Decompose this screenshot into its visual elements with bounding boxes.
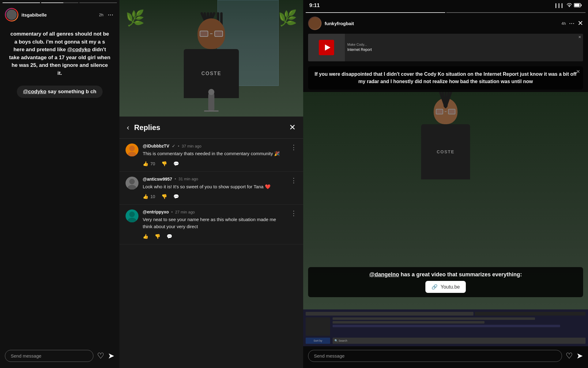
youtu-be-link[interactable]: 🔗 Youtu.be	[425, 281, 466, 293]
yt-close-icon[interactable]: ✕	[578, 35, 581, 39]
sort-by-text: Sort by	[314, 339, 322, 342]
story-header: itsgabibelle 2h ···	[0, 4, 119, 25]
battery-icon	[574, 3, 582, 8]
reply-button[interactable]: 💬	[173, 194, 179, 199]
like-button[interactable]: 👍 10	[143, 194, 155, 199]
overlay-close-icon[interactable]: ✕	[576, 69, 580, 75]
thumbs-down-icon: 👎	[155, 234, 160, 239]
reply-button[interactable]: 💬	[167, 234, 172, 239]
right-progress-bar-2	[446, 12, 586, 13]
screenshot-content: Sort by 🔍 Search	[303, 309, 588, 346]
like-count: 10	[150, 194, 155, 199]
status-bar: 9:11 ▎▎▎	[303, 0, 588, 10]
thumbs-down-icon: 👎	[161, 194, 167, 199]
avatar	[126, 209, 138, 222]
comment-actions: 👍 70 👎 💬	[143, 161, 286, 167]
yt-thumbnail	[308, 34, 345, 61]
verified-badge: ✓	[172, 144, 175, 148]
story-bottom: ♡ ➤	[0, 345, 119, 368]
right-avatar[interactable]	[308, 17, 322, 30]
story-text-overlay: commentary of all genres should not be a…	[5, 25, 115, 82]
comment-text: Very neat to see your name here as this …	[143, 216, 286, 230]
send-icon[interactable]: ➤	[108, 351, 115, 361]
right-shirt-text: COSTE	[437, 149, 454, 154]
comment-username: @anticsw9957	[143, 177, 172, 182]
comment-time: 37 min ago	[182, 144, 201, 148]
more-options-icon[interactable]: ···	[107, 11, 115, 19]
search-text: 🔍 Search	[334, 339, 347, 342]
bullet: •	[171, 210, 173, 214]
bullet: •	[178, 144, 179, 148]
right-story-bottom: ♡ ➤	[303, 346, 588, 368]
progress-bar-3	[79, 2, 117, 3]
thumbs-down-icon: 👎	[161, 161, 167, 167]
right-heart-icon[interactable]: ♡	[566, 351, 573, 361]
send-message-input[interactable]	[5, 350, 93, 362]
dislike-button[interactable]: 👎	[161, 194, 167, 199]
right-progress-bars	[303, 10, 588, 14]
right-close-icon[interactable]: ✕	[578, 19, 583, 27]
comment-actions: 👍 10 👎 💬	[143, 194, 286, 199]
link-icon: 🔗	[432, 284, 438, 290]
reply-icon: 💬	[173, 161, 179, 167]
replies-panel: ‹ Replies ✕ @iDubbbzTV ✓ •	[119, 117, 303, 368]
svg-rect-10	[581, 4, 582, 6]
yt-info: Make Cody... Internet Report	[345, 34, 374, 61]
comment-meta: @anticsw9957 • 31 min ago	[143, 177, 286, 182]
right-send-icon[interactable]: ➤	[576, 351, 583, 361]
video-area: 🌿 🌿	[119, 0, 303, 117]
browser-bars	[306, 312, 586, 316]
thumbs-up-icon: 👍	[143, 161, 149, 167]
svg-point-1	[129, 146, 135, 151]
comment-item: @entrippyxo • 27 min ago Very neat to se…	[119, 205, 303, 244]
thumbs-up-icon: 👍	[143, 234, 149, 239]
browser-content	[306, 317, 586, 336]
microphone	[208, 92, 214, 110]
bullet: •	[175, 177, 176, 181]
right-more-icon[interactable]: ···	[569, 19, 575, 27]
like-button[interactable]: 👍 70	[143, 161, 155, 167]
comment-time: 31 min ago	[179, 177, 198, 181]
dislike-button[interactable]: 👎	[161, 161, 167, 167]
left-story-panel: itsgabibelle 2h ··· commentary of all ge…	[0, 0, 119, 368]
heart-icon[interactable]: ♡	[97, 351, 104, 361]
comment-item: @iDubbbzTV ✓ • 37 min ago This is commen…	[119, 139, 303, 172]
comment-more-icon[interactable]: ⋮	[290, 144, 297, 151]
thumbs-up-icon: 👍	[143, 194, 149, 199]
comment-text: This is commentary thats needed in the c…	[143, 150, 286, 157]
avatar	[126, 177, 138, 190]
right-time: 4h	[561, 21, 566, 26]
avatar[interactable]	[5, 8, 18, 21]
youtube-embed[interactable]: Make Cody... Internet Report ✕	[308, 34, 583, 61]
like-count: 70	[150, 161, 155, 166]
svg-point-4	[129, 179, 135, 184]
back-button[interactable]: ‹	[127, 123, 129, 132]
close-button[interactable]: ✕	[289, 123, 296, 132]
person-head	[198, 18, 225, 49]
status-icons: ▎▎▎	[556, 3, 582, 8]
wifi-icon	[567, 3, 572, 8]
reply-button[interactable]: 💬	[173, 161, 179, 167]
comment-list: @iDubbbzTV ✓ • 37 min ago This is commen…	[119, 139, 303, 368]
story-main-text: commentary of all genres should not be a…	[9, 30, 111, 77]
right-video-area: COSTE 17-year-old is off limits. Because…	[303, 92, 588, 346]
yt-channel: Make Cody...	[347, 43, 372, 46]
progress-bar-2	[41, 2, 79, 3]
youtu-be-text: Youtu.be	[441, 284, 460, 290]
dangelno-mention: @dangelno has a great video that summari…	[308, 267, 583, 297]
right-story-panel: 9:11 ▎▎▎ funkyfrogbait 4h ··· ✕	[303, 0, 588, 368]
story-content: commentary of all genres should not be a…	[0, 25, 119, 345]
dislike-button[interactable]: 👎	[155, 234, 160, 239]
comment-meta: @iDubbbzTV ✓ • 37 min ago	[143, 144, 286, 148]
comment-content: @iDubbbzTV ✓ • 37 min ago This is commen…	[143, 144, 286, 167]
signal-icon: ▎▎▎	[556, 3, 565, 8]
dangelno-text: @dangelno has a great video that summari…	[313, 271, 578, 278]
glasses	[200, 31, 223, 37]
comment-content: @anticsw9957 • 31 min ago Look who it is…	[143, 177, 286, 200]
like-button[interactable]: 👍	[143, 234, 149, 239]
taskbar: Sort by 🔍 Search	[306, 338, 586, 344]
comment-more-icon[interactable]: ⋮	[290, 209, 297, 217]
comment-more-icon[interactable]: ⋮	[290, 177, 297, 185]
right-send-message-input[interactable]	[308, 350, 562, 362]
tag-text: @codyko say something b ch	[23, 89, 96, 94]
